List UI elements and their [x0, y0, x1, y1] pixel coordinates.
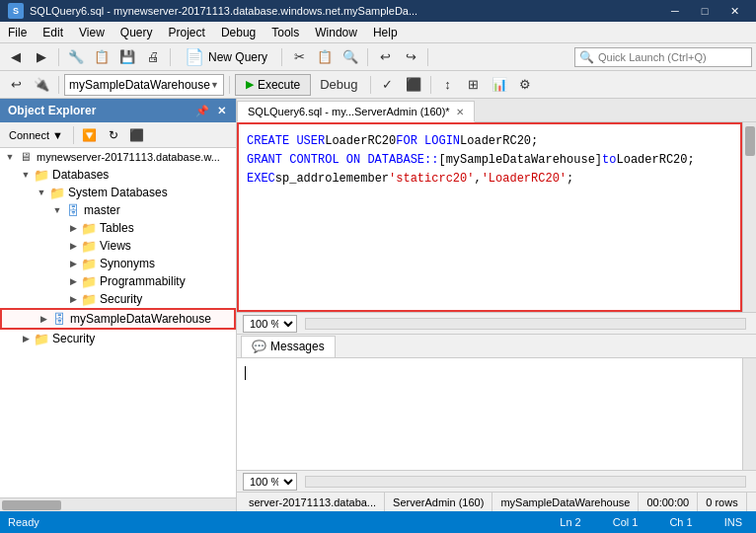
qsb-time: 00:00:00 [639, 493, 698, 511]
oe-pin-button[interactable]: 📌 [193, 105, 211, 117]
oe-refresh-button[interactable]: ↻ [103, 125, 124, 145]
kw-create: CREATE USER [247, 132, 325, 151]
database-name: mySampleDataWarehouse [69, 78, 210, 92]
tree-master-db[interactable]: ▼ 🗄 master [0, 201, 236, 219]
editor-zoom-select[interactable]: 100 % 75 % 150 % [243, 315, 297, 333]
minimize-button[interactable]: ─ [661, 2, 689, 20]
synonyms-label: Synonyms [100, 257, 236, 270]
results-hscrollbar[interactable] [305, 476, 746, 488]
quick-launch-container[interactable]: 🔍 [574, 47, 752, 67]
messages-icon: 💬 [252, 340, 266, 353]
menu-query[interactable]: Query [113, 22, 161, 42]
results-zoom-select[interactable]: 100 % [243, 473, 297, 491]
tree-server[interactable]: ▼ 🖥 mynewserver-20171113.database.w... [0, 148, 236, 166]
tables-expand-icon: ▶ [65, 220, 81, 236]
toolbar2-btn-check[interactable]: ✓ [376, 74, 400, 96]
oe-stop-button[interactable]: ⬛ [126, 125, 148, 145]
toolbar-btn-2[interactable]: 📋 [90, 46, 113, 68]
new-query-button[interactable]: 📄 New Query [176, 46, 276, 68]
qsb-rows-label: 0 rows [706, 496, 737, 508]
redo-button[interactable]: ↪ [399, 46, 422, 68]
menu-project[interactable]: Project [161, 22, 213, 42]
menu-view[interactable]: View [71, 22, 113, 42]
toolbar2-btn-5[interactable]: 📊 [488, 74, 511, 96]
quick-launch-input[interactable] [598, 51, 736, 63]
views-expand-icon: ▶ [65, 238, 81, 254]
window-controls: ─ □ ✕ [661, 2, 748, 20]
tree-mysample-dw[interactable]: ▶ 🗄 mySampleDataWarehouse [0, 308, 236, 330]
back-button[interactable]: ◀ [4, 46, 28, 68]
tab-close-icon[interactable]: ✕ [456, 107, 464, 117]
toolbar-btn-6[interactable]: 📋 [313, 46, 337, 68]
editor-hscrollbar[interactable] [305, 318, 746, 330]
qsb-database-label: mySampleDataWarehouse [500, 496, 630, 508]
editor-vscrollbar[interactable] [742, 122, 756, 312]
toolbar-btn-1[interactable]: 🔧 [64, 46, 88, 68]
toolbar2-btn-stop[interactable]: ⬛ [402, 74, 425, 96]
debug-label[interactable]: Debug [313, 74, 364, 96]
sysdbs-expand-icon: ▼ [34, 185, 49, 200]
status-ln: Ln 2 [554, 516, 586, 528]
toolbar2-btn-2[interactable]: 🔌 [30, 74, 53, 96]
toolbar2-btn-6[interactable]: ⚙ [513, 74, 537, 96]
oe-hscroll-thumb [2, 500, 61, 510]
text-cursor [245, 366, 246, 380]
close-button[interactable]: ✕ [720, 2, 748, 20]
results-tab-bar: 💬 Messages [237, 335, 756, 358]
database-dropdown[interactable]: mySampleDataWarehouse ▼ [64, 74, 224, 96]
messages-label: Messages [270, 340, 325, 353]
toolbar2-btn-1[interactable]: ↩ [4, 74, 28, 96]
tree-programmability[interactable]: ▶ 📁 Programmability [0, 272, 236, 290]
execute-play-icon: ▶ [246, 78, 254, 91]
query-editor[interactable]: CREATE USER LoaderRC20 FOR LOGIN LoaderR… [237, 122, 742, 312]
security-master-label: Security [100, 292, 236, 306]
master-expand-icon: ▼ [49, 202, 65, 218]
toolbar2-btn-3[interactable]: ↕ [436, 74, 460, 96]
tree-views[interactable]: ▶ 📁 Views [0, 237, 236, 255]
tree-tables[interactable]: ▶ 📁 Tables [0, 219, 236, 237]
maximize-button[interactable]: □ [691, 2, 718, 20]
oe-header-controls: 📌 ✕ [193, 105, 228, 117]
menu-tools[interactable]: Tools [264, 22, 307, 42]
oe-hscrollbar[interactable] [0, 497, 236, 511]
editor-zoom-bar: 100 % 75 % 150 % [237, 312, 756, 334]
toolbar-btn-5[interactable]: ✂ [287, 46, 311, 68]
sep6 [58, 76, 59, 94]
forward-button[interactable]: ▶ [30, 46, 53, 68]
sep1 [58, 48, 59, 66]
toolbar-btn-7[interactable]: 🔍 [339, 46, 362, 68]
tree-security-master[interactable]: ▶ 📁 Security [0, 290, 236, 308]
sep7 [229, 76, 230, 94]
query-tab-bar: SQLQuery6.sql - my...ServerAdmin (160)* … [237, 99, 756, 122]
tables-folder-icon: 📁 [81, 220, 97, 236]
messages-tab[interactable]: 💬 Messages [241, 336, 336, 357]
menu-window[interactable]: Window [307, 22, 365, 42]
query-tab[interactable]: SQLQuery6.sql - my...ServerAdmin (160)* … [237, 101, 475, 122]
execute-button[interactable]: ▶ Execute [235, 74, 311, 96]
results-vscrollbar[interactable] [742, 358, 756, 470]
status-right: Ln 2 Col 1 Ch 1 INS [554, 516, 748, 528]
menu-help[interactable]: Help [365, 22, 406, 42]
menu-file[interactable]: File [0, 22, 35, 42]
toolbar-main: ◀ ▶ 🔧 📋 💾 🖨 📄 New Query ✂ 📋 🔍 ↩ ↪ 🔍 [0, 43, 756, 71]
toolbar2-btn-4[interactable]: ⊞ [462, 74, 486, 96]
prog-label: Programmability [100, 274, 236, 288]
prog-folder-icon: 📁 [81, 273, 97, 289]
oe-close-button[interactable]: ✕ [215, 105, 228, 117]
title-bar: S SQLQuery6.sql - mynewserver-20171113.d… [0, 0, 756, 22]
tree-security-top[interactable]: ▶ 📁 Security [0, 330, 236, 347]
oe-filter-button[interactable]: 🔽 [79, 125, 101, 145]
mysample-label: mySampleDataWarehouse [70, 312, 234, 326]
toolbar-btn-4[interactable]: 🖨 [141, 46, 165, 68]
qsb-database: mySampleDataWarehouse [492, 493, 639, 511]
oe-connect-button[interactable]: Connect ▼ [4, 125, 68, 145]
tree-system-databases[interactable]: ▼ 📁 System Databases [0, 184, 236, 201]
sep5 [427, 48, 428, 66]
menu-debug[interactable]: Debug [213, 22, 264, 42]
tree-databases[interactable]: ▼ 📁 Databases [0, 166, 236, 184]
undo-button[interactable]: ↩ [373, 46, 397, 68]
menu-edit[interactable]: Edit [35, 22, 71, 42]
tree-synonyms[interactable]: ▶ 📁 Synonyms [0, 255, 236, 272]
results-content-area [237, 358, 756, 470]
toolbar-btn-3[interactable]: 💾 [115, 46, 139, 68]
